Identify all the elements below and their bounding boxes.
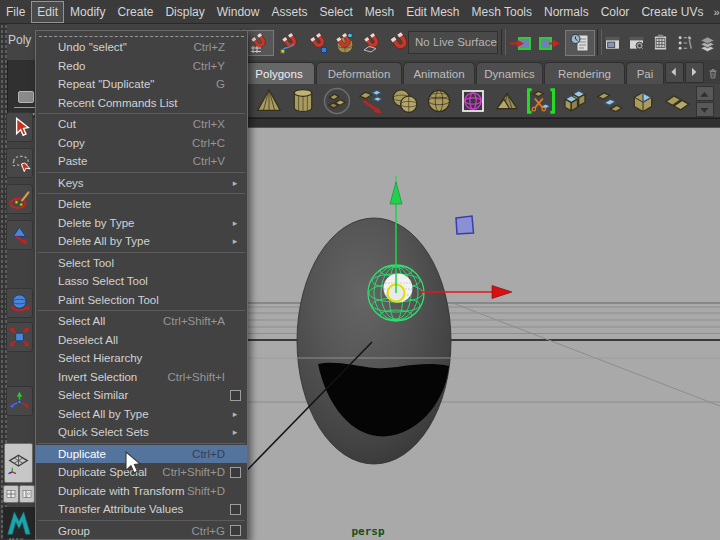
- layout-persp-outliner-button[interactable]: [19, 485, 35, 503]
- construction-history-icon[interactable]: [565, 30, 595, 56]
- menu-item-select-hierarchy[interactable]: Select Hierarchy: [36, 349, 247, 368]
- shelf-poly-sphere-pair-icon[interactable]: [390, 86, 420, 116]
- menu-item-undo-select[interactable]: Undo "select"Ctrl+Z: [36, 38, 247, 57]
- delete-shelf-icon[interactable]: [706, 63, 720, 83]
- menu-item-delete-all-by-type[interactable]: Delete All by Type▸: [36, 232, 247, 251]
- shelf-boolean-planes-icon[interactable]: [662, 86, 692, 116]
- option-box[interactable]: [230, 390, 241, 401]
- next-tab-icon[interactable]: [685, 62, 704, 83]
- shelf-tab-rendering[interactable]: Rendering: [544, 62, 625, 84]
- shelf-tab-animation[interactable]: Animation: [403, 62, 475, 84]
- statusline-grip[interactable]: [501, 29, 506, 55]
- shelf-tab-pai[interactable]: Pai: [626, 62, 664, 84]
- menu-item-copy[interactable]: CopyCtrl+C: [36, 134, 247, 153]
- snap-to-curves-icon[interactable]: [277, 30, 305, 56]
- shelf-poly-sphere-icon[interactable]: [424, 86, 454, 116]
- shelf-tab-polygons[interactable]: Polygons: [243, 62, 315, 84]
- menu-mesh[interactable]: Mesh: [359, 1, 400, 23]
- open-render-view-icon[interactable]: [601, 30, 624, 56]
- menu-item-delete-by-type[interactable]: Delete by Type▸: [36, 214, 247, 233]
- snap-to-view-planes-icon[interactable]: [359, 30, 387, 56]
- menu-file[interactable]: File: [0, 1, 31, 23]
- menu-edit-mesh[interactable]: Edit Mesh: [400, 1, 465, 23]
- menu-set-dropdown[interactable]: Poly: [8, 28, 35, 52]
- shelf-scroll-up-icon[interactable]: [696, 86, 714, 101]
- shelf-poly-cone-icon[interactable]: [254, 86, 284, 116]
- input-connections-icon[interactable]: [508, 30, 534, 56]
- universal-manipulator-tool-button[interactable]: [6, 386, 33, 416]
- menu-item-recent-commands-list[interactable]: Recent Commands List: [36, 94, 247, 113]
- plane-object[interactable]: [456, 216, 474, 234]
- menu-item-cut[interactable]: CutCtrl+X: [36, 115, 247, 134]
- rotate-tool-button[interactable]: [6, 288, 33, 318]
- shelf-bevel-cube-icon[interactable]: [628, 86, 658, 116]
- menu-item-duplicate-special[interactable]: Duplicate SpecialCtrl+Shift+D: [36, 463, 247, 482]
- menu-create-uvs[interactable]: Create UVs: [635, 1, 709, 23]
- make-live-icon[interactable]: [386, 30, 414, 56]
- menu-edit[interactable]: Edit: [31, 1, 64, 23]
- shelf-subdiv-proxy-icon[interactable]: [458, 86, 488, 116]
- option-box[interactable]: [230, 467, 241, 478]
- menu-item-paint-selection-tool[interactable]: Paint Selection Tool: [36, 291, 247, 310]
- option-box[interactable]: [230, 504, 241, 515]
- menu-item-lasso-select-tool[interactable]: Lasso Select Tool: [36, 272, 247, 291]
- shelf-poly-pyramid-icon[interactable]: [492, 86, 522, 116]
- render-options-icon[interactable]: [673, 30, 696, 56]
- menu-item-select-similar[interactable]: Select Similar: [36, 386, 247, 405]
- menu-item-select-tool[interactable]: Select Tool: [36, 254, 247, 273]
- menu-item-repeat-duplicate[interactable]: Repeat "Duplicate"G: [36, 75, 247, 94]
- shelf-tab-deformation[interactable]: Deformation: [316, 62, 402, 84]
- shelf-poly-plane-icon[interactable]: [356, 86, 386, 116]
- menu-assets[interactable]: Assets: [265, 1, 313, 23]
- menu-color[interactable]: Color: [595, 1, 636, 23]
- menu-select[interactable]: Select: [313, 1, 358, 23]
- menu-mesh-tools[interactable]: Mesh Tools: [466, 1, 538, 23]
- shelf-separate-icon[interactable]: [594, 86, 624, 116]
- paint-select-tool-button[interactable]: [6, 184, 33, 214]
- snap-to-projected-center-icon[interactable]: [331, 30, 359, 56]
- shelf-tab-dynamics[interactable]: Dynamics: [476, 62, 543, 84]
- menu-display[interactable]: Display: [159, 1, 210, 23]
- menu-item-quick-select-sets[interactable]: Quick Select Sets▸: [36, 423, 247, 442]
- live-surface-field[interactable]: No Live Surface: [408, 31, 498, 54]
- snap-to-points-icon[interactable]: [305, 30, 333, 56]
- shelf-combine-icon[interactable]: [560, 86, 590, 116]
- menu-item-paste[interactable]: PasteCtrl+V: [36, 152, 247, 171]
- menu-item-deselect-all[interactable]: Deselect All: [36, 331, 247, 350]
- option-box[interactable]: [230, 525, 241, 536]
- menu-item-duplicate[interactable]: DuplicateCtrl+D: [36, 445, 247, 464]
- menu-item-select-all[interactable]: Select AllCtrl+Shift+A: [36, 312, 247, 331]
- menu-create[interactable]: Create: [111, 1, 159, 23]
- menu-item-select-all-by-type[interactable]: Select All by Type▸: [36, 405, 247, 424]
- render-settings-icon[interactable]: [649, 30, 672, 56]
- layout-single-pane-button[interactable]: [4, 443, 33, 483]
- menu-normals[interactable]: Normals: [538, 1, 595, 23]
- menu-window[interactable]: Window: [211, 1, 266, 23]
- menu-separator: [36, 519, 247, 522]
- shelf-poly-cylinder-icon[interactable]: [288, 86, 318, 116]
- shelf-poly-platonic-solid-icon[interactable]: [322, 86, 352, 116]
- menu-item-invert-selection[interactable]: Invert SelectionCtrl+Shift+I: [36, 368, 247, 387]
- snap-to-grid-icon[interactable]: [246, 30, 274, 56]
- previous-tab-icon[interactable]: [665, 62, 684, 83]
- menu-tear-off-handle[interactable]: [39, 31, 244, 37]
- menu-item-group[interactable]: GroupCtrl+G: [36, 522, 247, 540]
- ipr-render-icon[interactable]: [625, 30, 648, 56]
- select-tool-button[interactable]: [6, 112, 33, 142]
- output-connections-icon[interactable]: [536, 30, 562, 56]
- render-layers-icon[interactable]: [696, 30, 719, 56]
- shelf-extract-faces-icon[interactable]: [526, 86, 556, 116]
- scale-tool-button[interactable]: [6, 322, 33, 352]
- menu-modify[interactable]: Modify: [64, 1, 111, 23]
- menu-item-duplicate-with-transform[interactable]: Duplicate with TransformShift+D: [36, 482, 247, 501]
- layout-four-pane-button[interactable]: [3, 485, 19, 503]
- shelf-tab-selector-button[interactable]: [18, 91, 34, 103]
- menu-item-delete[interactable]: Delete: [36, 195, 247, 214]
- menu-item-keys[interactable]: Keys▸: [36, 174, 247, 193]
- menu-overflow-indicator[interactable]: »: [709, 6, 720, 18]
- menu-item-redo[interactable]: RedoCtrl+Y: [36, 57, 247, 76]
- menu-item-transfer-attribute-values[interactable]: Transfer Attribute Values: [36, 500, 247, 519]
- lasso-select-tool-button[interactable]: [6, 148, 33, 178]
- shelf-scroll-down-icon[interactable]: [696, 102, 714, 117]
- move-tool-button[interactable]: [6, 220, 33, 250]
